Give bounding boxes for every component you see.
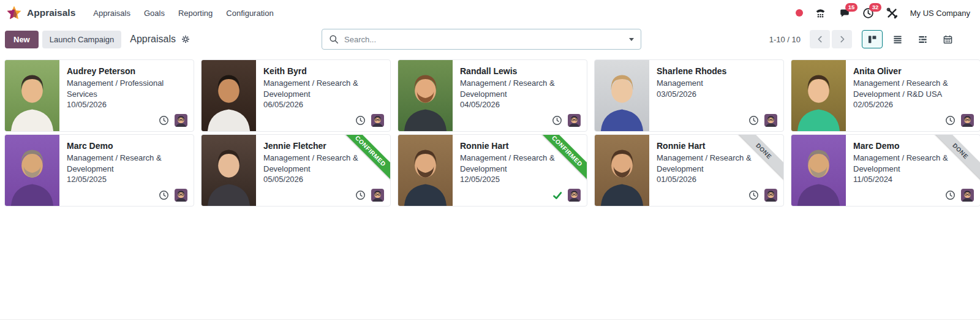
appraisal-date: 06/05/2026	[263, 99, 385, 110]
appraisal-date: 10/05/2026	[67, 99, 189, 110]
view-list-button[interactable]	[887, 30, 908, 48]
employee-name: Audrey Peterson	[67, 66, 189, 76]
manager-avatar[interactable]	[371, 189, 384, 202]
appraisal-date: 05/05/2026	[263, 174, 385, 185]
activity-clock-icon[interactable]	[945, 115, 956, 126]
activity-done-check-icon[interactable]	[552, 191, 562, 200]
employee-department: Management / Research & Development / R&…	[853, 78, 975, 99]
messages-icon[interactable]: 15	[839, 7, 851, 19]
activity-clock-icon[interactable]	[945, 190, 956, 200]
employee-name: Sharlene Rhodes	[657, 66, 778, 76]
chevron-down-icon	[629, 38, 634, 41]
activity-view-icon	[918, 35, 927, 44]
appraisal-date: 04/05/2026	[460, 99, 582, 110]
tools-debug-icon[interactable]	[886, 7, 899, 19]
employee-photo	[5, 60, 59, 131]
employee-name: Anita Oliver	[853, 66, 975, 76]
manager-avatar[interactable]	[764, 114, 777, 127]
manager-avatar[interactable]	[764, 189, 777, 202]
top-navbar: Appraisals Appraisals Goals Reporting Co…	[0, 0, 980, 26]
appraisal-card[interactable]: Keith Byrd Management / Research & Devel…	[201, 59, 391, 132]
appraisal-card[interactable]: Ronnie Hart Management / Research & Deve…	[398, 134, 587, 207]
pager-next-button[interactable]	[832, 30, 852, 48]
messages-count-badge: 15	[845, 3, 858, 12]
appraisal-date: 01/05/2026	[657, 174, 778, 185]
activity-clock-icon[interactable]	[355, 190, 366, 200]
employee-photo	[398, 60, 453, 131]
activity-clock-icon[interactable]	[159, 190, 169, 200]
employee-name: Randall Lewis	[460, 66, 582, 76]
activities-count-badge: 32	[869, 3, 882, 12]
recording-dot-icon[interactable]	[796, 9, 803, 17]
app-logo-icon[interactable]	[6, 5, 22, 21]
appraisal-date: 11/05/2024	[853, 174, 975, 185]
employee-department: Management	[657, 78, 778, 89]
employee-photo	[791, 135, 846, 206]
employee-department: Management / Research & Development	[67, 153, 189, 174]
activity-clock-icon[interactable]	[748, 115, 759, 126]
appraisal-card[interactable]: Randall Lewis Management / Research & De…	[398, 59, 587, 132]
employee-department: Management / Professional Services	[67, 78, 189, 99]
appraisal-date: 02/05/2026	[853, 99, 975, 110]
appraisal-card[interactable]: Marc Demo Management / Research & Develo…	[4, 134, 194, 207]
activity-clock-icon[interactable]	[748, 190, 759, 200]
menu-configuration[interactable]: Configuration	[219, 5, 280, 21]
employee-photo	[595, 135, 649, 206]
pager-previous-button[interactable]	[810, 30, 830, 48]
employee-photo	[5, 135, 59, 206]
manager-avatar[interactable]	[175, 114, 187, 127]
new-button[interactable]: New	[5, 31, 39, 48]
menu-goals[interactable]: Goals	[137, 5, 172, 21]
manager-avatar[interactable]	[961, 189, 974, 202]
manager-avatar[interactable]	[568, 114, 581, 127]
appraisal-card[interactable]: Ronnie Hart Management / Research & Deve…	[594, 134, 784, 207]
menu-appraisals[interactable]: Appraisals	[86, 5, 137, 21]
current-app-name[interactable]: Appraisals	[27, 7, 75, 18]
appraisal-date: 12/05/2025	[67, 174, 189, 185]
view-switcher	[862, 30, 958, 48]
manager-avatar[interactable]	[175, 189, 187, 202]
appraisal-card[interactable]: Anita Oliver Management / Research & Dev…	[791, 59, 980, 132]
view-calendar-button[interactable]	[937, 30, 958, 48]
appraisal-card[interactable]: Jennie Fletcher Management / Research & …	[201, 134, 391, 207]
search-dropdown-toggle[interactable]	[622, 29, 641, 49]
employee-photo	[791, 60, 846, 131]
employee-photo	[202, 60, 256, 131]
window-bottom-divider	[0, 319, 980, 320]
kanban-view-icon	[868, 35, 877, 44]
appraisal-card[interactable]: Sharlene Rhodes Management 03/05/2026	[594, 59, 784, 132]
chevron-right-icon	[838, 35, 846, 44]
appraisal-card[interactable]: Audrey Peterson Management / Professiona…	[4, 59, 194, 132]
view-activity-button[interactable]	[912, 30, 933, 48]
search-input[interactable]	[343, 34, 622, 45]
breadcrumb-title: Appraisals	[130, 34, 176, 45]
pager-value[interactable]: 1-10 / 10	[769, 35, 801, 44]
search-bar	[322, 29, 641, 50]
employee-name: Marc Demo	[67, 141, 189, 151]
manager-avatar[interactable]	[568, 189, 581, 202]
activity-clock-icon[interactable]	[355, 115, 366, 126]
calendar-view-icon	[943, 35, 952, 44]
company-switcher[interactable]: My US Company	[910, 9, 970, 18]
launch-campaign-button[interactable]: Launch Campaign	[42, 31, 122, 48]
activity-clock-icon[interactable]	[552, 115, 562, 126]
employee-photo	[398, 135, 453, 206]
voip-phone-icon[interactable]	[815, 7, 827, 19]
employee-photo	[202, 135, 256, 206]
manager-avatar[interactable]	[961, 114, 974, 127]
gear-icon[interactable]	[181, 35, 190, 44]
appraisal-date: 12/05/2025	[460, 174, 582, 185]
appraisal-date: 03/05/2026	[657, 89, 778, 100]
appraisal-card[interactable]: Marc Demo Management / Research & Develo…	[791, 134, 980, 207]
employee-department: Management / Research & Development	[263, 78, 385, 99]
menu-reporting[interactable]: Reporting	[172, 5, 219, 21]
view-kanban-button[interactable]	[862, 30, 883, 48]
manager-avatar[interactable]	[371, 114, 384, 127]
employee-name: Keith Byrd	[263, 66, 385, 76]
chevron-left-icon	[816, 35, 824, 44]
activities-clock-icon[interactable]: 32	[862, 7, 875, 19]
list-view-icon	[893, 35, 902, 44]
employee-department: Management / Research & Development	[460, 78, 582, 99]
activity-clock-icon[interactable]	[159, 115, 169, 126]
kanban-board: Audrey Peterson Management / Professiona…	[0, 53, 980, 207]
